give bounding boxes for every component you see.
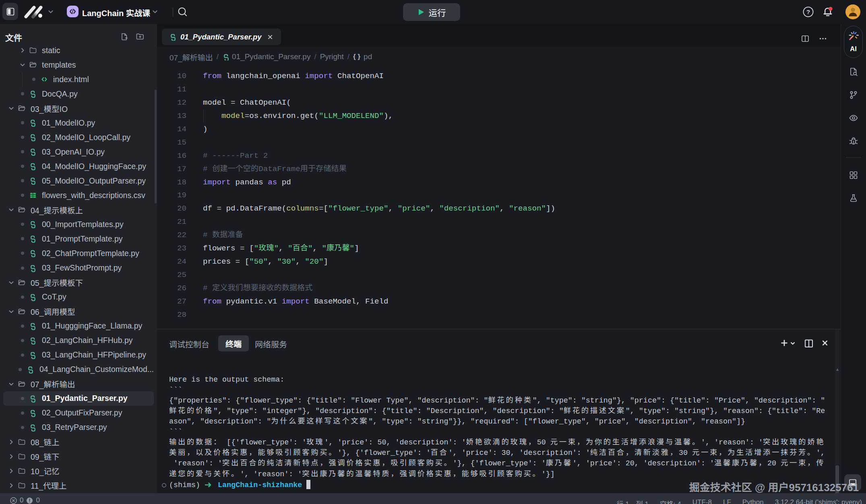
svg-text:?: ? [806,8,810,15]
